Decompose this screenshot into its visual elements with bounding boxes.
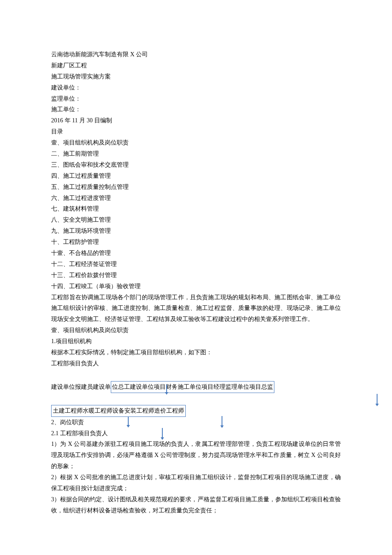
builder-unit-label: 建设单位： [51, 82, 341, 93]
responsibility-item: 2）根据 X 公司批准的施工总进度计划，审核工程项目施工组织设计，监督控制工程项… [51, 472, 341, 494]
toc-item: 壹、项目组织机构及岗位职责 [51, 137, 341, 148]
toc-item: 三、图纸会审和技术交底管理 [51, 159, 341, 171]
responsibility-item: 3）根据合同的约定、设计图纸及相关规范规程的要求，严格监督工程项目施工质量，参加… [51, 494, 341, 516]
toc-item: 五、施工过程质量控制点管理 [51, 182, 341, 193]
org-chart-diagram: 建设单位报建员建设单位总工建设单位项目财务施工单位项目经理监理单位项目总监 土建… [51, 381, 341, 417]
arrow-down-icon [128, 416, 129, 426]
toc-item: 十壹、不合格品的管理 [51, 248, 341, 259]
org-chart-top: 工程部项目负责人 [51, 358, 341, 369]
section-1-2-title: 2、岗位职责 [51, 417, 341, 428]
section-1-1-text: 根据本工程实际情况，特制定施工项目部组织机构，如下图： [51, 347, 341, 358]
responsibility-item: 1）为 X 公司基建办派驻工程项目施工现场的负责人，隶属工程管理部管理，负责工程… [51, 439, 341, 472]
toc-item: 十四、工程竣工（单项）验收管理 [51, 281, 341, 292]
company-name: 云南德动新能源汽车制造有限 X 公司 [51, 49, 341, 60]
section-1-2-1-title: 2.1 工程部项目负责人 [51, 428, 341, 439]
toc-item: 十、工程防护管理 [51, 237, 341, 248]
constructor-unit-label: 施工单位： [51, 104, 341, 115]
org-row1-box: 位总工建设单位项目财务施工单位项目经理监理单位项目总监 [111, 381, 274, 393]
arrow-down-icon [166, 384, 167, 393]
document-type: 施工现场管理实施方案 [51, 71, 341, 82]
toc-item: 十三、工程价款拨付管理 [51, 270, 341, 281]
toc-item: 八、安全文明施工管理 [51, 214, 341, 225]
toc-item: 十二、工程经济签证管理 [51, 259, 341, 270]
supervisor-unit-label: 监理单位： [51, 93, 341, 104]
toc-item: 九、施工现场环境管理 [51, 225, 341, 237]
org-chart-row-2: 土建工程师水暖工程师设备安装工程师造价工程师 [51, 405, 341, 417]
toc-item: 七、建筑材料管理 [51, 203, 341, 214]
org-chart-row-1: 建设单位报建员建设单位总工建设单位项目财务施工单位项目经理监理单位项目总监 [51, 381, 341, 393]
org-row2-box: 土建工程师水暖工程师设备安装工程师造价工程师 [51, 405, 186, 417]
toc-heading: 目录 [51, 126, 341, 137]
arrow-down-icon [162, 428, 163, 438]
org-row1-prefix: 建设单位报建员建设单 [51, 382, 111, 393]
project-name: 新建厂区工程 [51, 60, 341, 71]
arrow-down-icon [222, 416, 222, 426]
section-1-title: 壹、项目组织机构及岗位职责 [51, 325, 341, 336]
toc-item: 四、施工过程质量管理 [51, 171, 341, 182]
toc-item: 二、施工前期管理 [51, 148, 341, 159]
intro-paragraph: 工程部旨在协调施工现场各个部门的现场管理工作，且负责施工现场的规划和布局、施工图… [51, 292, 341, 325]
section-1-1-num: 1.项目组织机构 [51, 336, 341, 347]
arrow-down-icon [377, 394, 378, 405]
toc-item: 六、施工过程进度管理 [51, 193, 341, 204]
compile-date: 2016 年 11 月 30 日编制 [51, 115, 341, 126]
